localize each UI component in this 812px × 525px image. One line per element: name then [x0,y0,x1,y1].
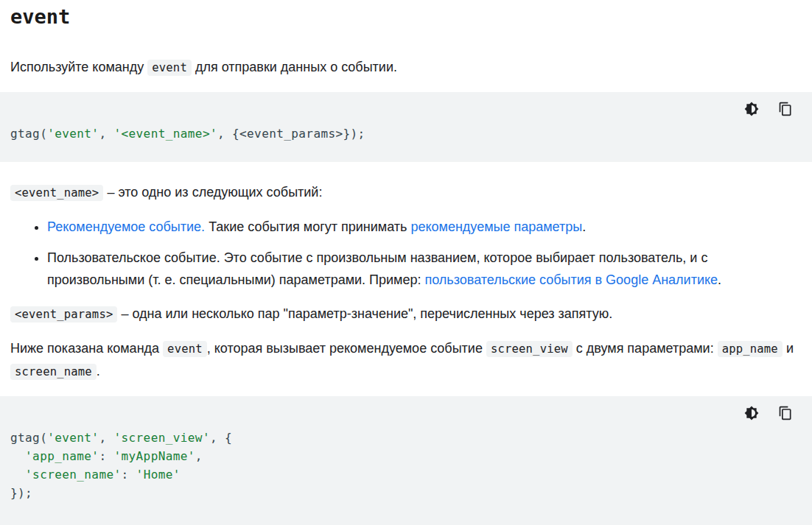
dark-theme-toggle-button[interactable] [743,100,760,118]
code-block-example: gtag('event', 'screen_view', { 'app_name… [0,396,812,525]
copy-icon [778,102,793,116]
list-item-recommended-event: Рекомендуемое событие. Такие события мог… [47,216,802,238]
article: event Используйте команду event для отпр… [0,4,812,525]
intro-paragraph: Используйте команду event для отправки д… [10,56,802,79]
text-run: и [783,341,794,356]
list-item-custom-event: Пользовательское событие. Это событие с … [47,247,802,291]
inline-code: screen_name [10,364,97,380]
text-run: . [97,364,100,378]
code-toolbar [10,99,794,119]
inline-code: app_name [718,341,783,357]
text-run: для отправки данных о событии. [192,60,397,74]
text-run: – одна или несколько пар "параметр-значе… [117,306,612,321]
code-toolbar [10,404,794,423]
text-run: с двумя параметрами: [573,341,718,356]
brightness-toggle-icon [744,102,759,116]
copy-icon [778,406,793,420]
inline-link[interactable]: пользовательские события в Google Аналит… [424,272,718,287]
code-line: 'app_name': 'myAppName', [10,447,794,465]
inline-code: screen_view [486,341,573,357]
event-params-paragraph: <event_params> – одна или несколько пар … [10,303,802,325]
code-line: 'screen_name': 'Home' [10,465,794,484]
code-line: gtag('event', 'screen_view', { [10,429,794,447]
inline-link[interactable]: Рекомендуемое событие. [47,219,205,234]
copy-code-button[interactable] [777,100,794,118]
text-run: . [582,219,586,234]
inline-link[interactable]: рекомендуемые параметры [410,219,582,234]
code-content-example: gtag('event', 'screen_view', { 'app_name… [10,429,794,502]
event-name-paragraph: <event_name> – это одно из следующих соб… [10,181,802,204]
code-content-syntax: gtag('event', '<event_name>', {<event_pa… [10,124,794,143]
inline-code: <event_name> [10,185,103,201]
example-intro-paragraph: Ниже показана команда event, которая выз… [10,337,802,383]
inline-code: event [163,341,207,357]
text-run: Такие события могут принимать [205,219,410,234]
text-run: , которая вызывает рекомендуемое событие [207,341,486,356]
text-run: Используйте команду [10,60,147,74]
event-types-list: Рекомендуемое событие. Такие события мог… [10,216,802,291]
code-line: gtag('event', '<event_name>', {<event_pa… [10,124,794,143]
text-run: – это одно из следующих событий: [103,185,322,200]
inline-code: event [147,60,192,76]
page-title: event [0,4,812,29]
copy-code-button[interactable] [777,404,794,422]
dark-theme-toggle-button[interactable] [743,404,760,422]
brightness-toggle-icon [744,406,759,420]
text-run: Ниже показана команда [10,341,163,356]
text-run: . [718,272,721,287]
code-line: }); [10,484,794,502]
inline-code: <event_params> [10,306,117,323]
code-block-syntax: gtag('event', '<event_name>', {<event_pa… [0,92,812,162]
